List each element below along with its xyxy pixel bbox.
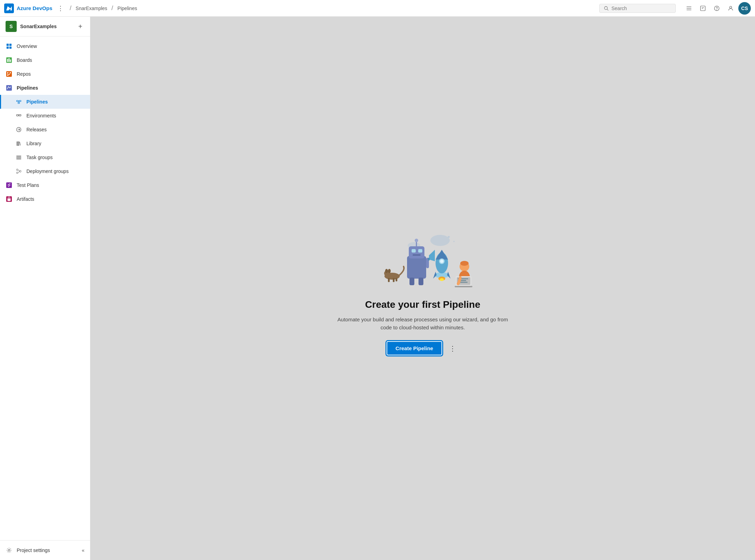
svg-rect-38 <box>17 172 18 173</box>
svg-point-1 <box>604 6 608 9</box>
svg-rect-25 <box>18 102 20 104</box>
sidebar-item-releases-label: Releases <box>26 127 47 132</box>
sidebar-item-deployment-groups[interactable]: Deployment groups <box>0 164 90 178</box>
svg-rect-39 <box>19 171 21 172</box>
environments-icon <box>15 112 22 119</box>
sidebar-item-deployment-groups-label: Deployment groups <box>26 168 68 174</box>
sidebar-item-artifacts[interactable]: Artifacts <box>0 192 90 206</box>
svg-rect-29 <box>19 115 21 116</box>
sidebar: S SonarExamples + Overview <box>0 17 90 560</box>
sidebar-project: S SonarExamples + <box>0 17 90 36</box>
svg-rect-60 <box>418 249 422 253</box>
empty-state-description: Automate your build and release processe… <box>332 316 513 331</box>
project-avatar: S <box>6 21 17 32</box>
svg-rect-33 <box>18 142 19 145</box>
svg-rect-16 <box>9 58 10 62</box>
svg-point-9 <box>730 6 732 8</box>
overview-icon <box>6 43 13 50</box>
svg-rect-61 <box>413 254 421 256</box>
svg-point-79 <box>460 261 469 266</box>
svg-rect-67 <box>409 278 414 285</box>
pipeline-empty-state: Create your first Pipeline Automate your… <box>325 207 520 369</box>
search-input[interactable] <box>611 6 653 11</box>
svg-rect-35 <box>17 157 21 158</box>
sidebar-item-pipelines-header[interactable]: Pipelines <box>0 81 90 95</box>
sidebar-item-environments[interactable]: Environments <box>0 109 90 123</box>
add-project-button[interactable]: + <box>76 22 84 31</box>
sidebar-item-task-groups-label: Task groups <box>26 155 52 160</box>
svg-point-48 <box>448 236 450 238</box>
svg-rect-34 <box>17 156 21 156</box>
svg-rect-37 <box>17 169 18 171</box>
sidebar-item-pipelines-header-label: Pipelines <box>17 85 38 91</box>
pipelines-header-icon <box>6 84 13 91</box>
task-groups-icon <box>15 154 22 161</box>
svg-point-49 <box>453 241 455 242</box>
topbar-more-icon[interactable]: ⋮ <box>55 3 66 14</box>
svg-rect-44 <box>8 198 11 201</box>
sidebar-item-pipelines[interactable]: Pipelines <box>0 95 90 109</box>
empty-state-actions: Create Pipeline ⋮ <box>387 341 459 355</box>
svg-rect-28 <box>17 115 19 116</box>
svg-line-41 <box>18 171 20 173</box>
svg-point-46 <box>430 235 450 246</box>
breadcrumb-sep2: / <box>112 5 113 12</box>
svg-rect-68 <box>419 278 423 285</box>
breadcrumb-project[interactable]: SnarExamples <box>76 6 107 11</box>
svg-rect-10 <box>7 44 9 46</box>
account-icon[interactable] <box>724 2 737 15</box>
app-logo[interactable]: Azure DevOps <box>4 3 52 13</box>
sidebar-nav: Overview Boards <box>0 36 90 540</box>
svg-rect-22 <box>6 85 12 91</box>
sidebar-item-overview[interactable]: Overview <box>0 39 90 53</box>
svg-rect-32 <box>17 142 17 145</box>
svg-rect-42 <box>6 182 12 188</box>
svg-point-8 <box>717 10 717 10</box>
sidebar-item-pipelines-label: Pipelines <box>26 99 48 105</box>
sidebar-item-repos-label: Repos <box>17 71 31 77</box>
project-settings-label: Project settings <box>17 547 50 553</box>
user-avatar[interactable]: CS <box>738 2 751 15</box>
sidebar-item-boards[interactable]: Boards <box>0 53 90 67</box>
sidebar-item-repos[interactable]: Repos <box>0 67 90 81</box>
svg-marker-65 <box>429 250 435 261</box>
svg-rect-54 <box>388 278 390 282</box>
releases-icon <box>15 126 22 133</box>
svg-rect-23 <box>17 100 18 101</box>
svg-line-2 <box>607 9 609 10</box>
sidebar-item-task-groups[interactable]: Task groups <box>0 150 90 164</box>
svg-rect-57 <box>407 256 426 279</box>
project-settings-item[interactable]: Project settings « <box>0 543 90 557</box>
svg-point-45 <box>8 549 10 551</box>
help-icon[interactable] <box>711 2 723 15</box>
main-layout: S SonarExamples + Overview <box>0 17 755 560</box>
svg-rect-13 <box>9 47 11 49</box>
sidebar-item-boards-label: Boards <box>17 57 32 63</box>
settings-icon[interactable] <box>683 2 695 15</box>
svg-line-40 <box>18 170 20 171</box>
svg-marker-71 <box>436 250 448 260</box>
more-options-button[interactable]: ⋮ <box>446 342 459 355</box>
library-icon <box>15 140 22 147</box>
svg-point-77 <box>440 278 444 281</box>
pipelines-sub-icon <box>15 98 22 105</box>
breadcrumb-sep1: / <box>70 5 72 12</box>
deployment-groups-icon <box>15 168 22 175</box>
test-plans-icon <box>6 182 13 189</box>
sidebar-item-library[interactable]: Library <box>0 137 90 150</box>
topbar: Azure DevOps ⋮ / SnarExamples / Pipeline… <box>0 0 755 17</box>
sidebar-item-test-plans[interactable]: Test Plans <box>0 178 90 192</box>
settings-icon <box>6 547 13 554</box>
svg-rect-58 <box>409 246 424 258</box>
svg-rect-11 <box>9 44 11 46</box>
notifications-icon[interactable] <box>697 2 709 15</box>
sidebar-item-releases[interactable]: Releases <box>0 123 90 137</box>
svg-point-52 <box>385 269 388 273</box>
svg-point-63 <box>415 239 418 242</box>
sidebar-collapse-button[interactable]: « <box>82 547 84 553</box>
create-pipeline-button[interactable]: Create Pipeline <box>387 341 442 355</box>
svg-rect-83 <box>455 286 472 287</box>
svg-point-19 <box>7 72 9 74</box>
search-box[interactable] <box>599 4 676 13</box>
azure-devops-icon <box>4 3 14 13</box>
